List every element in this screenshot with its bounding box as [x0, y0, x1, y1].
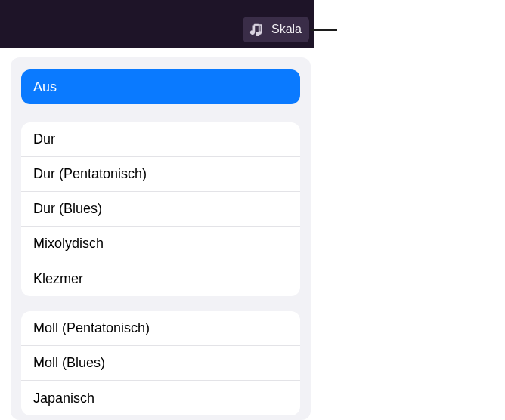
scale-option-label: Mixolydisch — [33, 236, 104, 252]
scale-option-label: Moll (Pentatonisch) — [33, 320, 150, 336]
scale-option-label: Japanisch — [33, 391, 94, 406]
scale-option-label: Dur (Blues) — [33, 201, 102, 217]
scale-option-label: Moll (Blues) — [33, 355, 105, 371]
music-note-icon — [249, 21, 265, 38]
scale-option[interactable]: Moll (Blues) — [21, 346, 300, 381]
scale-option[interactable]: Moll (Pentatonisch) — [21, 311, 300, 346]
scale-selected-group: Aus — [21, 69, 300, 104]
scale-option[interactable]: Klezmer — [21, 261, 300, 296]
scale-option-label: Dur (Pentatonisch) — [33, 166, 147, 182]
scale-button-label: Skala — [271, 23, 302, 36]
scale-option-label: Aus — [33, 79, 57, 95]
callout-line — [311, 29, 337, 31]
scale-option[interactable]: Dur — [21, 122, 300, 157]
scale-option[interactable]: Dur (Blues) — [21, 192, 300, 227]
scale-option[interactable]: Mixolydisch — [21, 227, 300, 261]
scale-button[interactable]: Skala — [243, 17, 309, 42]
app-header: Skala — [0, 0, 314, 48]
scale-picker-panel: Aus Dur Dur (Pentatonisch) Dur (Blues) M… — [11, 57, 311, 420]
scale-option[interactable]: Japanisch — [21, 381, 300, 415]
scale-minor-group: Moll (Pentatonisch) Moll (Blues) Japanis… — [21, 311, 300, 415]
scale-option-label: Dur — [33, 131, 55, 147]
scale-option-label: Klezmer — [33, 271, 83, 287]
scale-option-off[interactable]: Aus — [21, 69, 300, 104]
scale-major-group: Dur Dur (Pentatonisch) Dur (Blues) Mixol… — [21, 122, 300, 296]
scale-option[interactable]: Dur (Pentatonisch) — [21, 157, 300, 192]
